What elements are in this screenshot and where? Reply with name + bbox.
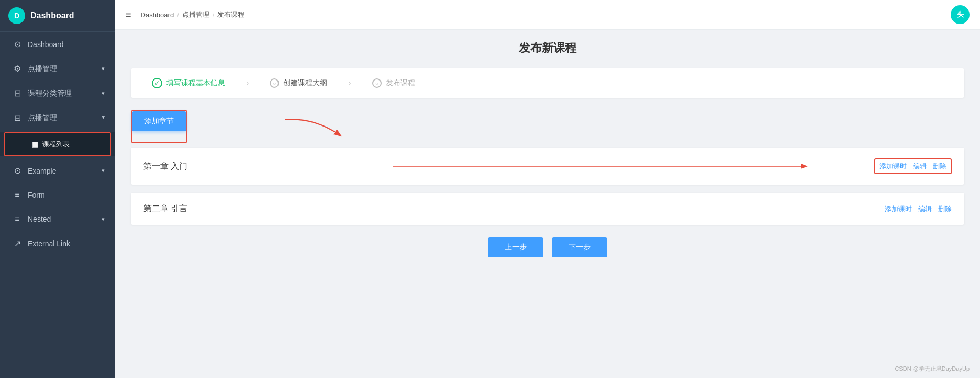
sidebar-item-label: External Link: [28, 239, 105, 248]
vod-mgmt-1-icon: ⚙: [12, 64, 23, 74]
step-1-done-icon: ✓: [152, 78, 162, 88]
form-icon: ≡: [12, 190, 23, 200]
sidebar-item-nested[interactable]: ≡ Nested ▾: [0, 207, 115, 231]
page-title: 发布新课程: [131, 40, 964, 56]
next-button[interactable]: 下一步: [552, 237, 607, 257]
sidebar-item-form[interactable]: ≡ Form: [0, 183, 115, 207]
chapter-2-edit[interactable]: 编辑: [918, 204, 932, 214]
vod-mgmt-2-icon: ⊟: [12, 113, 23, 123]
sidebar-item-course-cat[interactable]: ⊟ 课程分类管理 ▾: [0, 81, 115, 106]
breadcrumb: Dashboard / 点播管理 / 发布课程: [141, 10, 245, 19]
chapter-1-actions: 添加课时 编辑 删除: [874, 158, 952, 174]
chapter-2-actions: 添加课时 编辑 删除: [885, 204, 952, 214]
sidebar-item-label: Nested: [28, 215, 96, 223]
annotation-arrow-1: [283, 114, 346, 141]
sidebar-submenu-vod: ▦ 课程列表: [0, 132, 115, 156]
sidebar: D Dashboard ⊙ Dashboard ⚙ 点播管理 ▾ ⊟ 课程分类管…: [0, 0, 115, 378]
chapter-1-delete[interactable]: 删除: [933, 162, 946, 171]
sidebar-menu: ⊙ Dashboard ⚙ 点播管理 ▾ ⊟ 课程分类管理 ▾ ⊟ 点播管理 ▴…: [0, 32, 115, 378]
course-cat-icon: ⊟: [12, 88, 23, 98]
breadcrumb-current: 发布课程: [217, 10, 244, 19]
step-2-label: 创建课程大纲: [283, 78, 327, 88]
chapter-item-1: 第一章 入门 添加课时 编辑 删除: [131, 148, 964, 185]
topbar-right: 头: [951, 5, 970, 24]
sidebar-title: Dashboard: [30, 11, 74, 20]
breadcrumb-dashboard[interactable]: Dashboard: [141, 11, 174, 19]
sidebar-item-external-link[interactable]: ↗ External Link: [0, 231, 115, 256]
chapter-1-edit[interactable]: 编辑: [913, 162, 927, 171]
avatar[interactable]: 头: [951, 5, 970, 24]
chapter-1-title: 第一章 入门: [143, 161, 874, 172]
footer-text: CSDN @学无止境DayDayUp: [895, 365, 970, 372]
sidebar-item-example[interactable]: ⊙ Example ▾: [0, 158, 115, 183]
sidebar-item-label: Example: [28, 167, 96, 175]
step-2: ○ 创建课程大纲: [270, 78, 327, 88]
nested-icon: ≡: [12, 214, 23, 224]
prev-button[interactable]: 上一步: [488, 237, 543, 257]
sidebar-item-vod-mgmt-2[interactable]: ⊟ 点播管理 ▴: [0, 106, 115, 130]
sidebar-sub-item-label: 课程列表: [42, 140, 70, 149]
menu-toggle-icon[interactable]: ≡: [126, 9, 131, 20]
steps-bar: ✓ 填写课程基本信息 › ○ 创建课程大纲 › ○ 发布课程: [131, 68, 964, 98]
example-icon: ⊙: [12, 166, 23, 176]
sidebar-item-label: Form: [28, 191, 105, 199]
sidebar-header: D Dashboard: [0, 0, 115, 32]
chevron-up-icon: ▴: [102, 114, 105, 121]
chevron-down-icon: ▾: [102, 216, 105, 223]
chevron-down-icon: ▾: [102, 65, 105, 72]
breadcrumb-vod-mgmt[interactable]: 点播管理: [182, 10, 209, 19]
bottom-actions: 上一步 下一步: [131, 237, 964, 257]
step-1-label: 填写课程基本信息: [166, 78, 225, 88]
chapter-2-add-lesson[interactable]: 添加课时: [885, 204, 912, 214]
step-2-icon: ○: [270, 78, 279, 88]
sidebar-item-dashboard[interactable]: ⊙ Dashboard: [0, 32, 115, 56]
step-3: ○ 发布课程: [372, 78, 415, 88]
topbar: ≡ Dashboard / 点播管理 / 发布课程 头: [115, 0, 980, 30]
breadcrumb-sep-1: /: [177, 11, 179, 19]
sidebar-item-vod-mgmt-1[interactable]: ⚙ 点播管理 ▾: [0, 56, 115, 81]
course-list-icon: ▦: [31, 140, 38, 148]
breadcrumb-sep-2: /: [213, 11, 215, 19]
external-link-icon: ↗: [12, 238, 23, 248]
chevron-down-icon: ▾: [102, 167, 105, 174]
sidebar-item-course-list[interactable]: ▦ 课程列表: [4, 132, 111, 156]
step-3-label: 发布课程: [386, 78, 415, 88]
chapter-item-2: 第二章 引言 添加课时 编辑 删除: [131, 193, 964, 225]
chapter-2-title: 第二章 引言: [143, 203, 885, 214]
chapter-1-add-lesson[interactable]: 添加课时: [879, 162, 907, 171]
chapter-2-delete[interactable]: 删除: [938, 204, 952, 214]
page-content: 发布新课程 ✓ 填写课程基本信息 › ○ 创建课程大纲 › ○ 发布课程: [115, 30, 980, 362]
page-footer: CSDN @学无止境DayDayUp: [115, 362, 980, 378]
step-3-icon: ○: [372, 78, 382, 88]
add-chapter-button[interactable]: 添加章节: [132, 111, 186, 131]
sidebar-item-label: 点播管理: [28, 113, 96, 123]
dashboard-icon: ⊙: [12, 39, 23, 49]
step-1: ✓ 填写课程基本信息: [152, 78, 225, 88]
sidebar-logo: D: [8, 7, 25, 24]
sidebar-item-label: 点播管理: [28, 64, 96, 74]
sidebar-item-label: Dashboard: [28, 40, 105, 49]
main-content: ≡ Dashboard / 点播管理 / 发布课程 头 发布新课程 ✓ 填写课程…: [115, 0, 980, 378]
step-arrow-1: ›: [246, 78, 249, 88]
chevron-down-icon: ▾: [102, 90, 105, 97]
sidebar-item-label: 课程分类管理: [28, 89, 96, 98]
step-arrow-2: ›: [348, 78, 351, 88]
add-chapter-section: 添加章节: [131, 110, 964, 143]
